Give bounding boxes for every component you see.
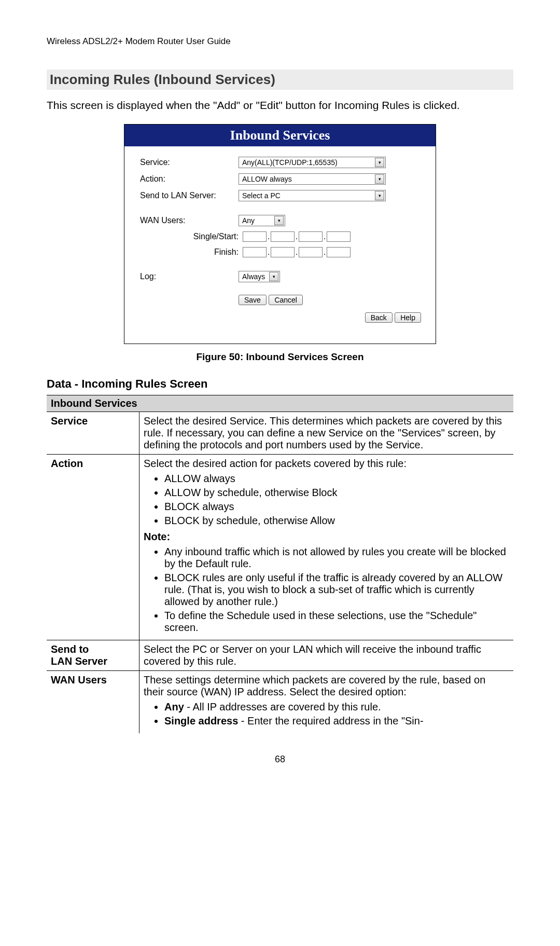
table-row: Send to LAN Server Select the PC or Serv… <box>47 640 513 671</box>
list-item: ALLOW always <box>164 473 508 485</box>
select-send-to-lan-value: Select a PC <box>240 191 283 200</box>
row-key-service: Service <box>47 412 139 455</box>
table-title: Inbound Services <box>47 395 513 412</box>
bold-single-address: Single address <box>164 715 238 726</box>
table-row: Service Select the desired Service. This… <box>47 412 513 455</box>
single-start-octet-4[interactable] <box>327 231 351 242</box>
select-wan-users-value: Any <box>240 216 257 225</box>
select-log-value: Always <box>240 272 267 281</box>
list-item: To define the Schedule used in these sel… <box>164 610 508 634</box>
finish-octet-1[interactable] <box>243 247 267 257</box>
list-item: ALLOW by schedule, otherwise Block <box>164 487 508 499</box>
list-item: BLOCK rules are only useful if the traff… <box>164 572 508 608</box>
chevron-down-icon: ▾ <box>375 191 384 200</box>
list-item: BLOCK always <box>164 501 508 513</box>
row-desc-action: Select the desired action for packets co… <box>139 455 514 640</box>
row-desc-wan-users: These settings determine which packets a… <box>139 671 514 734</box>
list-item: Any - All IP addresses are covered by th… <box>164 701 508 713</box>
label-log: Log: <box>140 272 239 281</box>
list-item: Single address - Enter the required addr… <box>164 715 508 727</box>
list-item: Any inbound traffic which is not allowed… <box>164 546 508 570</box>
select-service-value: Any(ALL)(TCP/UDP:1,65535) <box>240 158 340 167</box>
intro-text: This screen is displayed when the "Add" … <box>47 99 513 112</box>
label-single-start: Single/Start: <box>140 232 243 241</box>
label-finish: Finish: <box>140 248 243 257</box>
row-key-action: Action <box>47 455 139 640</box>
bold-any: Any <box>164 701 184 712</box>
data-table: Inbound Services Service Select the desi… <box>47 395 513 733</box>
inbound-services-panel: Inbound Services Service: Any(ALL)(TCP/U… <box>124 124 436 344</box>
sub-heading: Data - Incoming Rules Screen <box>47 377 513 391</box>
cancel-button[interactable]: Cancel <box>269 295 303 305</box>
section-heading: Incoming Rules (Inbound Services) <box>47 70 513 90</box>
select-action-value: ALLOW always <box>240 174 294 184</box>
chevron-down-icon: ▾ <box>375 174 384 184</box>
label-send-to-lan: Send to LAN Server: <box>140 191 239 200</box>
action-lead: Select the desired action for packets co… <box>144 458 508 470</box>
single-start-octet-2[interactable] <box>271 231 295 242</box>
label-action: Action: <box>140 174 239 184</box>
help-button[interactable]: Help <box>395 312 421 323</box>
finish-octet-2[interactable] <box>271 247 295 257</box>
select-send-to-lan[interactable]: Select a PC ▾ <box>239 190 386 201</box>
text: - All IP addresses are covered by this r… <box>184 701 381 712</box>
select-action[interactable]: ALLOW always ▾ <box>239 173 386 185</box>
back-button[interactable]: Back <box>365 312 393 323</box>
list-item: BLOCK by schedule, otherwise Allow <box>164 515 508 527</box>
select-log[interactable]: Always ▾ <box>239 271 280 282</box>
label-wan-users: WAN Users: <box>140 216 239 225</box>
row-desc-send-to-lan: Select the PC or Server on your LAN whic… <box>139 640 514 671</box>
chevron-down-icon: ▾ <box>269 272 278 281</box>
table-row: Action Select the desired action for pac… <box>47 455 513 640</box>
label-service: Service: <box>140 158 239 167</box>
table-row: WAN Users These settings determine which… <box>47 671 513 734</box>
wan-users-lead: These settings determine which packets a… <box>144 674 508 698</box>
select-service[interactable]: Any(ALL)(TCP/UDP:1,65535) ▾ <box>239 157 386 168</box>
figure-caption: Figure 50: Inbound Services Screen <box>47 351 513 363</box>
finish-octet-3[interactable] <box>299 247 323 257</box>
page-number: 68 <box>47 754 513 765</box>
text: - Enter the required address in the "Sin… <box>238 715 423 726</box>
running-head: Wireless ADSL2/2+ Modem Router User Guid… <box>47 36 513 47</box>
single-start-octet-3[interactable] <box>299 231 323 242</box>
chevron-down-icon: ▾ <box>274 216 284 225</box>
row-key-wan-users: WAN Users <box>47 671 139 734</box>
row-desc-service: Select the desired Service. This determi… <box>139 412 514 455</box>
save-button[interactable]: Save <box>239 295 267 305</box>
finish-octet-4[interactable] <box>327 247 351 257</box>
select-wan-users[interactable]: Any ▾ <box>239 215 285 226</box>
chevron-down-icon: ▾ <box>375 158 384 167</box>
row-key-send-to-lan: Send to LAN Server <box>47 640 139 671</box>
note-label: Note: <box>144 531 508 543</box>
panel-title: Inbound Services <box>124 125 436 146</box>
single-start-octet-1[interactable] <box>243 231 267 242</box>
